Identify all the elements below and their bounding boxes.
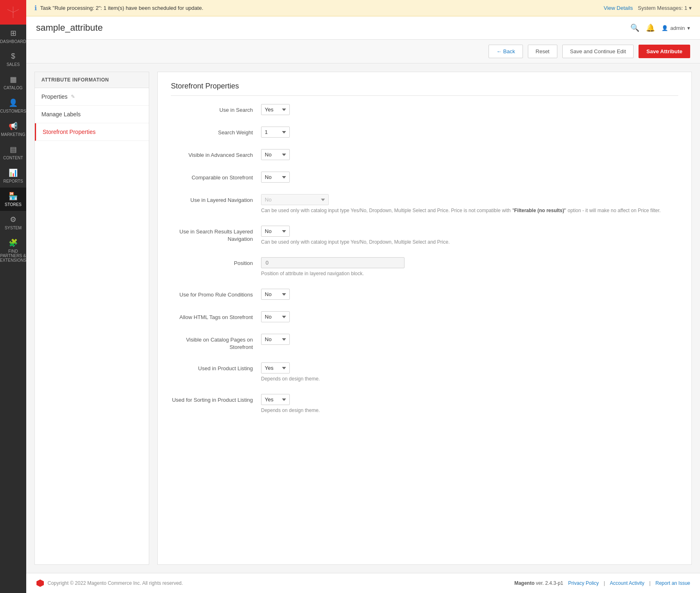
form-row-use-search-results-layered-navigation: Use in Search Results Layered Navigation… (171, 224, 678, 247)
label-used-sorting-product-listing: Used for Sorting in Product Listing (171, 394, 261, 404)
page-title: sample_attribute (36, 23, 103, 33)
save-continue-button[interactable]: Save and Continue Edit (562, 45, 634, 58)
system-icon: ⚙ (10, 215, 16, 224)
admin-label: admin (670, 25, 685, 31)
notification-message: Task "Rule processing: 2": 1 item(s) hav… (40, 5, 203, 11)
label-used-product-listing: Used in Product Listing (171, 362, 261, 372)
chevron-down-icon: ▾ (687, 25, 690, 31)
hint-used-product-listing: Depends on design theme. (261, 375, 678, 383)
sidebar-item-label: DASHBOARD (0, 39, 26, 44)
sidebar-item-label: SYSTEM (5, 226, 21, 230)
sidebar-item-reports[interactable]: 📊 REPORTS (0, 164, 28, 188)
form-row-allow-html-tags: Allow HTML Tags on StorefrontYesNo (171, 310, 678, 324)
content-icon: ▤ (10, 145, 17, 154)
sidebar-item-marketing[interactable]: 📢 MARKETING (0, 118, 28, 141)
sidebar-item-label: STORES (5, 202, 22, 207)
account-activity-link[interactable]: Account Activity (610, 580, 644, 586)
header-actions: 🔍 🔔 👤 admin ▾ (630, 23, 690, 32)
sidebar-item-system[interactable]: ⚙ SYSTEM (0, 211, 28, 234)
copyright-text: Copyright © 2022 Magento Commerce Inc. A… (48, 580, 183, 586)
save-attribute-button[interactable]: Save Attribute (639, 45, 690, 58)
nav-item-storefront-properties[interactable]: Storefront Properties (35, 123, 149, 141)
select-visible-advanced-search[interactable]: YesNo (261, 149, 290, 160)
select-used-sorting-product-listing[interactable]: YesNo (261, 394, 290, 405)
marketing-icon: 📢 (9, 122, 18, 131)
nav-item-label: Storefront Properties (43, 129, 95, 135)
sidebar-item-catalog[interactable]: ▦ CATALOG (0, 71, 28, 94)
right-panel: Storefront Properties Use in SearchYesNo… (157, 72, 692, 565)
form-row-visible-advanced-search: Visible in Advanced SearchYesNo (171, 147, 678, 162)
select-allow-html-tags[interactable]: YesNo (261, 311, 290, 322)
label-search-weight: Search Weight (171, 127, 261, 136)
label-use-promo-rule: Use for Promo Rule Conditions (171, 289, 261, 299)
nav-item-label: Properties (41, 93, 68, 100)
hint-position: Position of attribute in layered navigat… (261, 270, 678, 277)
sidebar-item-sales[interactable]: $ SALES (0, 48, 28, 71)
select-visible-catalog-pages[interactable]: YesNo (261, 334, 290, 345)
search-icon[interactable]: 🔍 (630, 23, 639, 32)
hint-used-sorting-product-listing: Depends on design theme. (261, 407, 678, 414)
form-row-use-promo-rule: Use for Promo Rule ConditionsYesNo (171, 287, 678, 301)
label-visible-catalog-pages: Visible on Catalog Pages on Storefront (171, 334, 261, 351)
notification-bar: ℹ Task "Rule processing: 2": 1 item(s) h… (26, 0, 700, 16)
reset-button[interactable]: Reset (528, 45, 557, 58)
form-row-use-in-search: Use in SearchYesNo (171, 102, 678, 117)
nav-item-manage-labels[interactable]: Manage Labels (35, 106, 149, 123)
chevron-down-icon: ▾ (689, 5, 692, 11)
select-search-weight[interactable]: 12345678910 (261, 127, 290, 138)
select-use-layered-navigation[interactable]: NoFilterable (with results)Filterable (n… (261, 194, 329, 205)
dashboard-icon: ⊞ (10, 29, 16, 38)
form-row-use-layered-navigation: Use in Layered NavigationNoFilterable (w… (171, 192, 678, 216)
label-allow-html-tags: Allow HTML Tags on Storefront (171, 311, 261, 321)
label-visible-advanced-search: Visible in Advanced Search (171, 149, 261, 159)
label-use-search-results-layered-navigation: Use in Search Results Layered Navigation (171, 226, 261, 243)
sidebar-item-content[interactable]: ▤ CONTENT (0, 141, 28, 164)
label-comparable-storefront: Comparable on Storefront (171, 172, 261, 181)
sidebar-item-label: FIND PARTNERS & EXTENSIONS (0, 249, 26, 263)
sidebar-item-dashboard[interactable]: ⊞ DASHBOARD (0, 25, 28, 48)
sidebar-item-label: CATALOG (4, 86, 23, 90)
sidebar-item-label: MARKETING (1, 132, 25, 137)
sales-icon: $ (11, 52, 15, 61)
footer-logo (36, 579, 44, 587)
admin-menu[interactable]: 👤 admin ▾ (661, 25, 690, 31)
sidebar-item-label: REPORTS (3, 179, 23, 183)
select-use-in-search[interactable]: YesNo (261, 104, 290, 115)
form-row-used-sorting-product-listing: Used for Sorting in Product ListingYesNo… (171, 392, 678, 416)
action-bar: ← Back Reset Save and Continue Edit Save… (26, 40, 700, 63)
section-title: Storefront Properties (171, 82, 678, 96)
select-use-promo-rule[interactable]: YesNo (261, 289, 290, 300)
edit-icon: ✎ (71, 94, 75, 100)
form-row-visible-catalog-pages: Visible on Catalog Pages on StorefrontYe… (171, 332, 678, 353)
nav-item-properties[interactable]: Properties ✎ (35, 88, 149, 106)
content-area: ATTRIBUTE INFORMATION Properties ✎Manage… (26, 63, 700, 573)
system-messages[interactable]: System Messages: 1 ▾ (638, 5, 692, 11)
form-row-used-product-listing: Used in Product ListingYesNoDepends on d… (171, 361, 678, 384)
hint-use-layered-navigation: Can be used only with catalog input type… (261, 207, 678, 214)
sidebar-item-stores[interactable]: 🏪 STORES (0, 188, 28, 211)
privacy-policy-link[interactable]: Privacy Policy (568, 580, 599, 586)
back-button[interactable]: ← Back (489, 45, 523, 58)
select-comparable-storefront[interactable]: YesNo (261, 172, 290, 183)
sidebar-item-extensions[interactable]: 🧩 FIND PARTNERS & EXTENSIONS (0, 234, 28, 267)
customers-icon: 👤 (9, 98, 18, 107)
bell-icon[interactable]: 🔔 (646, 23, 655, 32)
version-text: Magento ver. 2.4.3-p1 (514, 580, 563, 586)
left-panel: ATTRIBUTE INFORMATION Properties ✎Manage… (34, 72, 149, 565)
form-row-position: PositionPosition of attribute in layered… (171, 256, 678, 279)
input-position (261, 257, 405, 268)
info-icon: ℹ (34, 4, 37, 12)
view-details-link[interactable]: View Details (604, 5, 633, 11)
select-used-product-listing[interactable]: YesNo (261, 362, 290, 373)
sidebar-item-label: CUSTOMERS (0, 109, 26, 113)
label-use-layered-navigation: Use in Layered Navigation (171, 194, 261, 204)
select-use-search-results-layered-navigation[interactable]: NoYes (261, 226, 290, 237)
sidebar-item-label: SALES (7, 62, 20, 67)
user-icon: 👤 (661, 25, 668, 31)
label-position: Position (171, 257, 261, 267)
report-issue-link[interactable]: Report an Issue (655, 580, 690, 586)
footer: Copyright © 2022 Magento Commerce Inc. A… (26, 573, 700, 593)
form-row-search-weight: Search Weight12345678910 (171, 125, 678, 139)
sidebar-item-customers[interactable]: 👤 CUSTOMERS (0, 94, 28, 118)
label-use-in-search: Use in Search (171, 104, 261, 114)
